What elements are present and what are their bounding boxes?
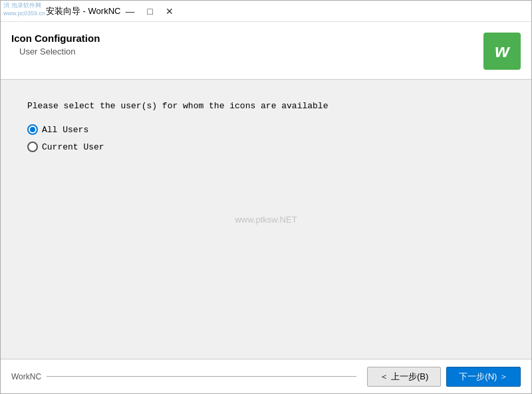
footer-buttons: ＜ 上一步(B) 下一步(N) ＞ <box>367 367 521 387</box>
radio-circle-all-users <box>27 124 38 135</box>
header-title-sub: User Selection <box>11 47 483 56</box>
minimize-button[interactable]: — <box>120 4 139 19</box>
radio-current-user[interactable]: Current User <box>27 142 505 152</box>
maximize-button[interactable]: □ <box>140 4 159 19</box>
installer-window: 消 泡录软件网 www.pc0359.cn 安装向导 - WorkNC — □ … <box>0 0 532 394</box>
logo-text: w <box>495 41 509 62</box>
header-title-main: Icon Configuration <box>11 33 483 44</box>
footer-divider <box>47 376 356 377</box>
header-logo: w <box>483 33 521 70</box>
watermark-overlay: 消 泡录软件网 www.pc0359.cn <box>1 1 48 19</box>
radio-group: All Users Current User <box>27 124 505 152</box>
main-content: Please select the user(s) for whom the i… <box>1 80 531 359</box>
footer-brand-label: WorkNC <box>11 372 41 381</box>
header-section: Icon Configuration User Selection w <box>1 22 531 80</box>
title-bar-controls: — □ ✕ <box>120 4 179 19</box>
title-bar-text: 安装向导 - WorkNC <box>46 5 120 17</box>
header-titles: Icon Configuration User Selection <box>11 33 483 56</box>
title-bar: 消 泡录软件网 www.pc0359.cn 安装向导 - WorkNC — □ … <box>1 1 531 22</box>
radio-circle-current-user <box>27 142 38 152</box>
instruction-text: Please select the user(s) for whom the i… <box>27 101 505 111</box>
back-button[interactable]: ＜ 上一步(B) <box>367 367 441 387</box>
next-button[interactable]: 下一步(N) ＞ <box>446 367 521 387</box>
close-button[interactable]: ✕ <box>160 4 179 19</box>
radio-label-current-user: Current User <box>42 142 104 152</box>
radio-all-users[interactable]: All Users <box>27 124 505 135</box>
content-watermark: www.ptksw.NET <box>235 215 297 225</box>
footer: WorkNC ＜ 上一步(B) 下一步(N) ＞ <box>1 359 531 393</box>
radio-label-all-users: All Users <box>42 125 88 135</box>
